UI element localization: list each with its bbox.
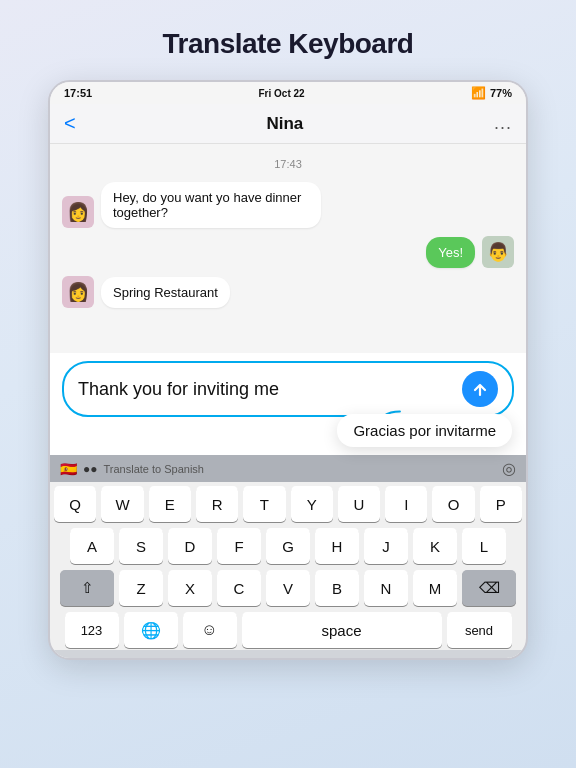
key-q[interactable]: Q [54, 486, 96, 522]
send-button[interactable] [462, 371, 498, 407]
key-d[interactable]: D [168, 528, 212, 564]
chat-contact-name: Nina [266, 114, 303, 134]
key-c[interactable]: C [217, 570, 261, 606]
key-h[interactable]: H [315, 528, 359, 564]
more-options-button[interactable]: ... [494, 113, 512, 134]
return-key[interactable]: send [447, 612, 512, 648]
status-time: 17:51 [64, 87, 92, 99]
emoji-key[interactable]: ☺ [183, 612, 237, 648]
shift-key[interactable]: ⇧ [60, 570, 114, 606]
keyboard-row-3: ⇧ Z X C V B N M ⌫ [54, 570, 522, 606]
key-a[interactable]: A [70, 528, 114, 564]
key-g[interactable]: G [266, 528, 310, 564]
translation-text: Gracias por invitarme [353, 422, 496, 439]
language-flag: 🇪🇸 [60, 461, 77, 477]
status-right: 📶 77% [471, 86, 512, 100]
table-row: 👩 Spring Restaurant [62, 276, 514, 308]
key-l[interactable]: L [462, 528, 506, 564]
space-key[interactable]: space [242, 612, 442, 648]
numbers-key[interactable]: 123 [65, 612, 119, 648]
input-area: Thank you for inviting me Gracias por in… [50, 353, 526, 455]
message-input[interactable]: Thank you for inviting me [78, 379, 462, 400]
key-x[interactable]: X [168, 570, 212, 606]
keyboard-row-2: A S D F G H J K L [54, 528, 522, 564]
page-title: Translate Keyboard [163, 28, 414, 60]
table-row: 👩 Hey, do you want yo have dinner togeth… [62, 182, 514, 228]
key-u[interactable]: U [338, 486, 380, 522]
message-bubble: Spring Restaurant [101, 277, 230, 308]
key-r[interactable]: R [196, 486, 238, 522]
microphone-icon[interactable]: ◎ [502, 459, 516, 478]
key-s[interactable]: S [119, 528, 163, 564]
avatar: 👩 [62, 196, 94, 228]
key-j[interactable]: J [364, 528, 408, 564]
table-row: 👨 Yes! [62, 236, 514, 268]
chat-body: 17:43 👩 Hey, do you want yo have dinner … [50, 144, 526, 353]
key-o[interactable]: O [432, 486, 474, 522]
keyboard-row-1: Q W E R T Y U I O P [54, 486, 522, 522]
status-date: Fri Oct 22 [258, 88, 304, 99]
avatar: 👩 [62, 276, 94, 308]
key-w[interactable]: W [101, 486, 143, 522]
key-b[interactable]: B [315, 570, 359, 606]
key-z[interactable]: Z [119, 570, 163, 606]
key-v[interactable]: V [266, 570, 310, 606]
key-t[interactable]: T [243, 486, 285, 522]
status-bar: 17:51 Fri Oct 22 📶 77% [50, 82, 526, 104]
translate-label: Translate to Spanish [104, 463, 497, 475]
chat-header: < Nina ... [50, 104, 526, 144]
translation-bubble: Gracias por invitarme [337, 414, 512, 447]
back-button[interactable]: < [64, 112, 76, 135]
key-k[interactable]: K [413, 528, 457, 564]
delete-key[interactable]: ⌫ [462, 570, 516, 606]
key-n[interactable]: N [364, 570, 408, 606]
message-bubble: Yes! [426, 237, 475, 268]
toolbar-dots: ●● [83, 462, 98, 476]
wifi-icon: 📶 [471, 86, 486, 100]
keyboard-bottom-bar [50, 650, 526, 658]
keyboard-row-4: 123 🌐 ☺ space send [54, 612, 522, 648]
message-bubble: Hey, do you want yo have dinner together… [101, 182, 321, 228]
key-i[interactable]: I [385, 486, 427, 522]
battery-label: 77% [490, 87, 512, 99]
key-m[interactable]: M [413, 570, 457, 606]
key-y[interactable]: Y [291, 486, 333, 522]
device-frame: 17:51 Fri Oct 22 📶 77% < Nina ... 17:43 … [48, 80, 528, 660]
key-f[interactable]: F [217, 528, 261, 564]
keyboard: Q W E R T Y U I O P A S D F G H J K L ⇧ … [50, 482, 526, 650]
globe-key[interactable]: 🌐 [124, 612, 178, 648]
key-e[interactable]: E [149, 486, 191, 522]
message-input-row: Thank you for inviting me [62, 361, 514, 417]
avatar: 👨 [482, 236, 514, 268]
key-p[interactable]: P [480, 486, 522, 522]
time-label: 17:43 [62, 158, 514, 170]
keyboard-toolbar: 🇪🇸 ●● Translate to Spanish ◎ [50, 455, 526, 482]
